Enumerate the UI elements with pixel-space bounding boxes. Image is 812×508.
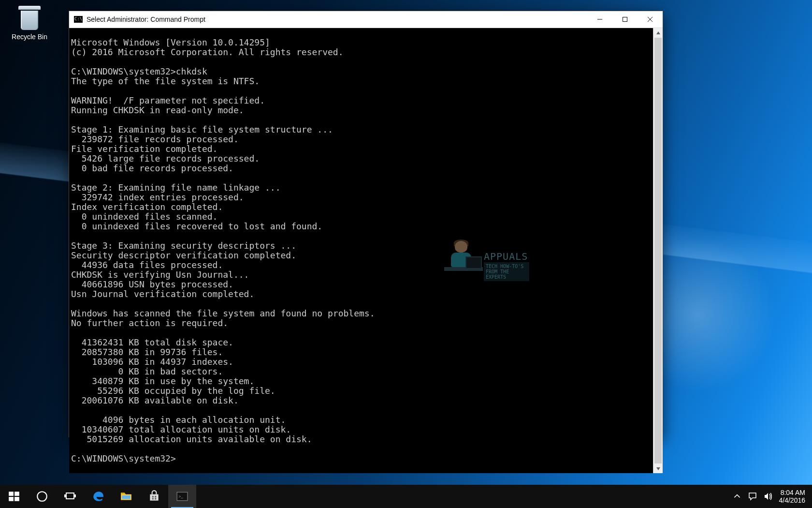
svg-rect-7	[14, 492, 19, 496]
svg-rect-17	[152, 498, 154, 499]
scroll-down-arrow-icon[interactable]	[653, 464, 663, 473]
task-view-icon	[64, 490, 76, 503]
titlebar[interactable]: Select Administrator: Command Prompt	[69, 11, 663, 28]
svg-rect-14	[122, 495, 130, 499]
taskbar-clock[interactable]: 8:04 AM 4/4/2016	[779, 489, 806, 504]
terminal-client-area[interactable]: Microsoft Windows [Version 10.0.14295] (…	[69, 28, 663, 473]
terminal-output: Microsoft Windows [Version 10.0.14295] (…	[69, 37, 653, 464]
svg-marker-4	[656, 31, 660, 34]
maximize-button[interactable]	[612, 11, 638, 28]
scrollbar-thumb[interactable]	[654, 38, 662, 463]
volume-icon[interactable]	[764, 492, 772, 501]
cmd-app-icon	[74, 16, 83, 23]
svg-rect-18	[155, 498, 156, 499]
taskbar[interactable]: >_ 8:04 AM 4/4/2016	[0, 485, 812, 508]
svg-rect-1	[623, 17, 627, 22]
svg-text:>_: >_	[178, 494, 183, 499]
tray-time: 8:04 AM	[779, 489, 806, 496]
tray-overflow-chevron-icon[interactable]	[733, 492, 741, 501]
system-tray[interactable]: 8:04 AM 4/4/2016	[726, 485, 812, 508]
svg-rect-12	[64, 494, 66, 497]
svg-rect-9	[14, 497, 19, 501]
desktop-icon-recycle-bin[interactable]: Recycle Bin	[9, 5, 50, 41]
task-view-button[interactable]	[56, 485, 84, 508]
file-explorer-button[interactable]	[112, 485, 140, 508]
windows-logo-icon	[8, 490, 20, 503]
svg-rect-8	[9, 497, 14, 501]
desktop-icon-label: Recycle Bin	[9, 33, 50, 41]
terminal-icon: >_	[176, 490, 188, 503]
store-button[interactable]	[140, 485, 168, 508]
start-button[interactable]	[0, 485, 28, 508]
command-prompt-taskbar-button[interactable]: >_	[168, 485, 196, 508]
svg-rect-13	[74, 494, 76, 497]
tray-date: 4/4/2016	[779, 496, 806, 504]
svg-rect-16	[155, 496, 156, 497]
svg-point-10	[37, 492, 47, 501]
svg-rect-11	[66, 493, 74, 499]
desktop[interactable]: Recycle Bin Select Administrator: Comman…	[0, 0, 812, 508]
store-icon	[148, 490, 160, 503]
svg-marker-5	[656, 467, 660, 470]
circle-icon	[36, 490, 48, 503]
vertical-scrollbar[interactable]	[653, 28, 663, 473]
edge-icon	[92, 490, 104, 503]
scroll-up-arrow-icon[interactable]	[653, 28, 663, 37]
minimize-button[interactable]	[587, 11, 612, 28]
window-title: Select Administrator: Command Prompt	[87, 15, 205, 23]
close-button[interactable]	[638, 11, 663, 28]
edge-button[interactable]	[84, 485, 112, 508]
folder-icon	[120, 490, 132, 503]
command-prompt-window[interactable]: Select Administrator: Command Prompt Mic…	[69, 11, 663, 437]
recycle-bin-icon	[16, 5, 43, 31]
action-center-icon[interactable]	[748, 492, 757, 501]
svg-rect-6	[9, 492, 14, 496]
cortana-button[interactable]	[28, 485, 56, 508]
svg-rect-15	[152, 496, 154, 497]
